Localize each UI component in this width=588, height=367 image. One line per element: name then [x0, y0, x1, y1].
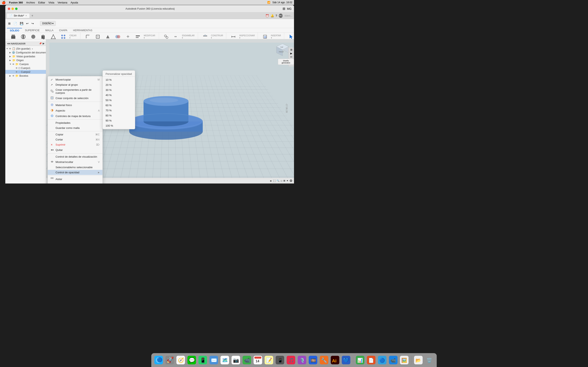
opacity-100[interactable]: 100 % [103, 123, 135, 128]
inspeccionar-label[interactable]: INSPECCIONAR ▾ [238, 34, 256, 39]
ctx-opacidad[interactable]: Control de opacidad ▶ [48, 170, 103, 175]
ensamblar-label[interactable]: ENSAMBLAR ▾ [181, 34, 196, 39]
nav-item-root[interactable]: ▼ 👁 📋 (Sin guardar) ● [5, 47, 46, 50]
svg-point-10 [51, 38, 52, 39]
nav-collapse-icon[interactable]: ◀◀ [7, 42, 10, 45]
settings-btn[interactable]: ⚙ [290, 179, 292, 183]
maximize-button[interactable] [15, 8, 17, 10]
nav-item-origen[interactable]: ▶ 📁 Origen [5, 58, 46, 62]
ctx-textura[interactable]: Controles de mapa de textura [48, 113, 103, 119]
ctx-aspecto[interactable]: Aspecto A [48, 108, 103, 113]
ctx-cortar[interactable]: Cortar ⌘X [48, 137, 103, 142]
construir-label[interactable]: CONSTRUIR ▾ [210, 34, 224, 39]
opacity-50[interactable]: 50 % [103, 98, 135, 103]
vista-menu[interactable]: Vista [48, 1, 54, 4]
ctx-guardar-malla[interactable]: Guardar como malla [48, 125, 103, 131]
nav-item-bocetos[interactable]: ▶ 👁 📁 Bocetos [5, 74, 46, 78]
svg-point-11 [55, 38, 56, 39]
nav-item-cuerpos[interactable]: ▼ 👁 📁 Cuerpos [5, 62, 46, 66]
opacity-90[interactable]: 90 % [103, 118, 135, 123]
nav-item-vistas[interactable]: ▶ 📁 Vistas guardadas [5, 54, 46, 58]
history-icon[interactable]: ⏰ [265, 14, 269, 17]
ctx-mostrar[interactable]: Mostrar/ocultar V [48, 159, 103, 165]
ventana-menu[interactable]: Ventana [58, 1, 67, 4]
apple-menu[interactable]: 🍎 [2, 1, 6, 4]
generativo-btn[interactable]: Diseñogenerativo [278, 59, 294, 65]
eye-root[interactable]: 👁 [9, 48, 11, 50]
user-initials[interactable]: MG [287, 7, 292, 10]
modificar-label[interactable]: MODIFICAR ▾ [143, 34, 157, 39]
active-tab[interactable]: 📄 Sin título* ✕ [7, 13, 29, 18]
opacity-60[interactable]: 60 % [103, 103, 135, 108]
nav-item-cuerpo2[interactable]: 👁 □ Cuerpo2 [5, 70, 46, 74]
ctx-crear-comp[interactable]: Crear componentes a partir de cuerpos [48, 87, 103, 95]
minimize-button[interactable] [11, 8, 14, 10]
ctx-copiar[interactable]: Copiar ⌘C [48, 132, 103, 137]
ctx-mover[interactable]: ⤢ Mover/copiar M [48, 77, 103, 82]
insertar-label[interactable]: INSERTAR ▾ [270, 34, 282, 39]
ayuda-menu[interactable]: Ayuda [71, 1, 78, 4]
zoom-btn[interactable]: 🔍 [277, 179, 279, 182]
help-icon[interactable]: ? [276, 14, 277, 17]
search-icon[interactable]: 🔔 [270, 14, 274, 17]
new-tab-button[interactable]: + [30, 14, 34, 18]
tab-close-button[interactable]: ✕ [25, 15, 27, 17]
save-icon[interactable]: 💾 [18, 21, 25, 25]
tab-superficie[interactable]: SUPERFICIE [22, 28, 43, 33]
archivo-menu[interactable]: Archivo [26, 1, 35, 4]
ctx-material[interactable]: Material físico [48, 102, 103, 108]
ctx-aislar[interactable]: Aislar [48, 176, 103, 182]
undo-icon[interactable]: ↩ [25, 21, 30, 25]
tab-solido[interactable]: SÓLIDO [7, 28, 22, 33]
opacity-80[interactable]: 80 % [103, 113, 135, 118]
draft-icon [104, 33, 111, 40]
title-bar: Autodesk Fusion 360 (Licencia educativa)… [5, 5, 294, 12]
display-mode-btn[interactable]: □ [281, 180, 282, 182]
nav-expand-icon[interactable]: ▶ [43, 42, 44, 45]
grid-icon[interactable]: ⊞ [7, 21, 12, 25]
close-button[interactable] [8, 8, 10, 10]
eye-cuerpo1[interactable]: 👁 [16, 67, 18, 69]
crear-label[interactable]: CREAR ▾ [69, 34, 79, 39]
tab-chapa[interactable]: CHAPA [56, 28, 70, 33]
sidebar-toggle-icon[interactable]: ⊞ [283, 7, 285, 11]
opacity-30[interactable]: 30 % [103, 87, 135, 92]
ctx-suprimir[interactable]: ✕ Suprimir ⌦ [48, 142, 103, 147]
panel-icon-3[interactable]: cx [290, 56, 292, 58]
ctx-buscar[interactable]: Buscar en la ventana [48, 182, 103, 184]
design-dropdown[interactable]: DISEÑO ▾ [40, 21, 56, 26]
ctx-seleccionable[interactable]: Seleccionable/no seleccionable [48, 165, 103, 170]
app-name[interactable]: Fusion 360 [9, 1, 23, 4]
file-icon[interactable]: 📄 [12, 21, 18, 25]
svg-text:TOP: TOP [280, 47, 283, 48]
opacity-70[interactable]: 70 % [103, 108, 135, 113]
ctx-propiedades[interactable]: Propiedades [48, 120, 103, 125]
eye-bocetos[interactable]: 👁 [12, 75, 15, 77]
svg-text:🖼: 🖼 [264, 36, 267, 39]
opacity-10[interactable]: 10 % [103, 77, 135, 82]
snap-btn[interactable]: ✦ [286, 179, 288, 182]
tab-herramientas[interactable]: HERRAMIENTAS [70, 28, 95, 33]
editar-menu[interactable]: Editar [38, 1, 45, 4]
eye-cuerpo2[interactable]: 👁 [16, 71, 18, 73]
folder-bocetos-icon: 📁 [15, 74, 18, 77]
joint-icon [163, 33, 169, 40]
grid-btn[interactable]: ⊞ [283, 179, 285, 182]
nav-item-config[interactable]: ▶ ⚙️ Configuración del documento [5, 50, 46, 54]
nav-pin-icon[interactable]: 📌 [39, 42, 42, 45]
ctx-crear-conjunto[interactable]: Crear conjunto de selección [48, 95, 103, 101]
opacity-20[interactable]: 20 % [103, 82, 135, 87]
ctx-quitar[interactable]: ◀◀ Quitar [48, 147, 103, 153]
zoom-fit-btn[interactable]: ⛶ [273, 180, 276, 182]
tab-malla[interactable]: MALLA [43, 28, 56, 33]
nav-item-cuerpo1[interactable]: 👁 □ Cuerpo1 [5, 66, 46, 70]
panel-icon-1[interactable]: ⊞ [290, 48, 292, 51]
ctx-detalles[interactable]: Control de detalles de visualización [48, 154, 103, 159]
record-icon[interactable]: ⏺ [270, 180, 272, 182]
ctx-desplazar[interactable]: ↗ Desplazar al grupo [48, 82, 103, 87]
opacity-40[interactable]: 40 % [103, 92, 135, 98]
user-avatar[interactable]: MG [279, 14, 283, 18]
redo-icon[interactable]: ↪ [30, 21, 35, 25]
eye-cuerpos[interactable]: 👁 [12, 63, 15, 66]
panel-icon-2[interactable]: ▶ [290, 52, 292, 55]
